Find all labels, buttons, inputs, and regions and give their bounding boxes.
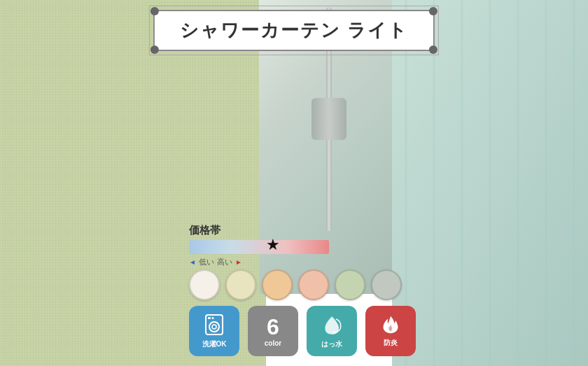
- badge-fire-resistant: 防炎: [365, 306, 416, 356]
- wash-icon: [203, 314, 225, 339]
- swatch-pale-yellow[interactable]: [225, 269, 256, 300]
- badge-color-count: 6 color: [248, 306, 298, 356]
- price-star: ★: [266, 237, 280, 253]
- badge-number: 6: [267, 316, 279, 338]
- swatch-gray-green[interactable]: [371, 269, 402, 300]
- price-band-section: 価格帯 ★ ◄ 低い 高い ►: [189, 224, 329, 267]
- price-scale: ◄ 低い 高い ►: [189, 257, 329, 267]
- water-icon: [321, 314, 343, 339]
- badge-wash-label: 洗濯OK: [202, 340, 227, 349]
- arrow-left-icon: ◄: [189, 258, 196, 266]
- product-title-box: シャワーカーテン ライト: [153, 10, 435, 51]
- curtain-folds: [392, 0, 588, 366]
- svg-rect-3: [208, 317, 211, 319]
- badge-water-label: はっ水: [321, 340, 342, 349]
- curtain-background: [392, 0, 588, 366]
- swatch-sage-green[interactable]: [335, 269, 365, 300]
- color-swatch-list: [189, 269, 402, 300]
- feature-badges: 洗濯OK 6 color はっ水 防炎: [189, 306, 416, 356]
- shower-head: [312, 98, 346, 140]
- product-title: シャワーカーテン ライト: [180, 20, 408, 41]
- badge-fire-label: 防炎: [384, 339, 398, 347]
- low-label: 低い: [199, 257, 214, 267]
- badge-wash: 洗濯OK: [189, 306, 239, 356]
- badge-water-repellent: はっ水: [307, 306, 357, 356]
- badge-color-label: color: [265, 339, 281, 347]
- swatch-peach-orange[interactable]: [262, 269, 293, 300]
- swatch-white-cream[interactable]: [189, 269, 220, 300]
- svg-point-1: [209, 322, 219, 332]
- arrow-right-icon: ►: [235, 258, 242, 266]
- svg-point-2: [212, 325, 216, 329]
- price-bar-bg: [189, 240, 329, 254]
- ornament-bl: [150, 45, 159, 54]
- svg-point-4: [212, 317, 214, 319]
- price-bar-wrapper: ★: [189, 240, 329, 254]
- fire-icon: [381, 315, 400, 337]
- price-band-label: 価格帯: [189, 224, 329, 237]
- ornament-tl: [150, 7, 159, 15]
- high-label: 高い: [217, 257, 232, 267]
- swatch-light-peach[interactable]: [298, 269, 329, 300]
- price-bar: ★: [189, 240, 329, 254]
